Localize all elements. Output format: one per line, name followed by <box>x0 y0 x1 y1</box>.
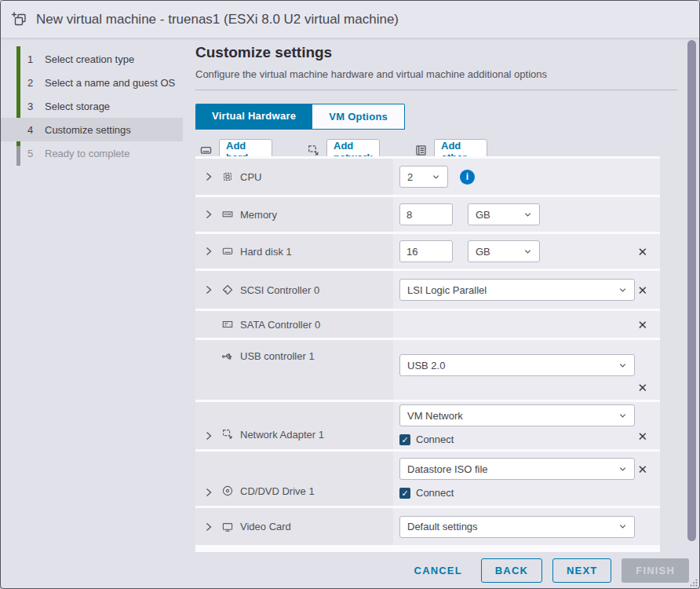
remove-device-icon[interactable]: ✕ <box>637 382 647 393</box>
chevron-down-icon <box>523 247 532 256</box>
expand-chevron-icon[interactable] <box>205 488 216 497</box>
remove-device-icon[interactable]: ✕ <box>637 246 647 258</box>
step-customize-settings[interactable]: 4 Customize settings <box>1 118 183 141</box>
dialog-footer: CANCEL BACK NEXT FINISH <box>1 552 699 588</box>
resize-handle-icon[interactable] <box>690 579 698 587</box>
expand-chevron-icon[interactable] <box>205 431 216 441</box>
window-title: New virtual machine - truenas1 (ESXi 8.0… <box>36 12 399 27</box>
other-device-icon <box>414 144 428 157</box>
add-vm-icon <box>11 11 28 28</box>
row-label: USB controller 1 <box>240 350 315 362</box>
row-label: Hard disk 1 <box>240 246 292 258</box>
network-adapter-icon <box>221 428 235 441</box>
next-button[interactable]: NEXT <box>552 558 611 583</box>
step-select-storage[interactable]: 3 Select storage <box>1 94 188 118</box>
row-scsi-controller-0: SCSI Controller 0 LSI Logic Parallel ✕ <box>195 271 660 309</box>
page-subtitle: Configure the virtual machine hardware a… <box>195 68 547 80</box>
expand-chevron-icon[interactable] <box>205 285 216 294</box>
row-memory: Memory GB <box>195 197 660 232</box>
row-label: Memory <box>240 209 277 221</box>
row-label: SATA Controller 0 <box>240 319 320 331</box>
row-label: Network Adapter 1 <box>240 429 324 441</box>
cpu-count-select[interactable]: 2 <box>399 166 448 188</box>
vertical-scrollbar-thumb[interactable] <box>687 40 696 541</box>
expand-chevron-icon[interactable] <box>205 210 216 219</box>
scsi-controller-select[interactable]: LSI Logic Parallel <box>399 279 635 301</box>
memory-unit-select[interactable]: GB <box>468 203 540 225</box>
memory-icon <box>221 208 235 221</box>
row-cd-dvd-drive-1: CD/DVD Drive 1 Datastore ISO file Connec… <box>195 452 660 506</box>
tab-vm-options[interactable]: VM Options <box>312 104 405 130</box>
row-sata-controller-0: SATA Controller 0 ✕ <box>195 311 660 338</box>
hard-disk-icon <box>221 245 235 258</box>
page-title: Customize settings <box>195 44 332 61</box>
usb-controller-icon <box>221 350 235 363</box>
cd-dvd-icon <box>221 485 235 497</box>
chevron-down-icon <box>618 522 627 531</box>
row-network-adapter-1: Network Adapter 1 VM Network Connect ✕ <box>195 402 660 449</box>
expand-chevron-icon[interactable] <box>205 522 216 532</box>
connect-checkbox[interactable] <box>399 488 410 499</box>
memory-size-input[interactable] <box>399 203 453 225</box>
chevron-down-icon <box>618 286 627 294</box>
chevron-down-icon <box>618 361 627 370</box>
cpu-icon <box>221 170 235 183</box>
cd-media-select[interactable]: Datastore ISO file <box>399 458 635 480</box>
settings-tabs: Virtual Hardware VM Options <box>195 104 405 130</box>
chevron-down-icon <box>618 412 627 420</box>
network-select[interactable]: VM Network <box>399 404 635 426</box>
step-select-creation-type[interactable]: 1 Select creation type <box>1 47 188 71</box>
network-adapter-icon <box>307 144 320 157</box>
row-usb-controller-1: USB controller 1 USB 2.0 ✕ <box>195 340 660 400</box>
scsi-controller-icon <box>221 284 235 296</box>
info-icon[interactable]: i <box>460 170 475 185</box>
new-vm-dialog: New virtual machine - truenas1 (ESXi 8.0… <box>0 0 700 589</box>
row-label: SCSI Controller 0 <box>240 284 319 296</box>
finish-button: FINISH <box>622 558 689 583</box>
video-card-icon <box>221 521 235 533</box>
video-card-select[interactable]: Default settings <box>399 516 635 538</box>
expand-chevron-icon[interactable] <box>205 247 216 256</box>
tab-virtual-hardware[interactable]: Virtual Hardware <box>195 104 312 130</box>
step-ready-to-complete[interactable]: 5 Ready to complete <box>1 141 188 165</box>
usb-version-select[interactable]: USB 2.0 <box>399 354 635 376</box>
row-hard-disk-1: Hard disk 1 GB ✕ <box>195 234 660 269</box>
dialog-titlebar: New virtual machine - truenas1 (ESXi 8.0… <box>1 1 699 38</box>
row-label: CD/DVD Drive 1 <box>240 485 315 497</box>
remove-device-icon[interactable]: ✕ <box>637 463 647 475</box>
row-label: Video Card <box>240 521 291 532</box>
expand-chevron-icon[interactable] <box>205 172 216 181</box>
chevron-down-icon <box>523 210 532 219</box>
chevron-down-icon <box>618 465 627 474</box>
wizard-steps-sidebar: 1 Select creation type 2 Select a name a… <box>1 38 188 552</box>
row-video-card: Video Card Default settings <box>195 508 660 545</box>
row-label: CPU <box>240 171 261 183</box>
row-cpu: CPU 2 i <box>195 159 660 195</box>
step-select-name-guest-os[interactable]: 2 Select a name and guest OS <box>1 71 188 94</box>
hard-disk-icon <box>199 144 213 157</box>
remove-device-icon[interactable]: ✕ <box>637 284 647 296</box>
virtual-hardware-table: CPU 2 i <box>195 156 660 552</box>
chevron-down-icon <box>432 173 440 181</box>
disk-unit-select[interactable]: GB <box>468 240 540 262</box>
back-button[interactable]: BACK <box>481 558 542 583</box>
remove-device-icon[interactable]: ✕ <box>637 319 647 331</box>
connect-checkbox[interactable] <box>399 434 410 445</box>
cancel-button[interactable]: CANCEL <box>414 565 462 576</box>
sata-controller-icon <box>221 318 235 331</box>
header-divider <box>195 90 677 90</box>
remove-device-icon[interactable]: ✕ <box>637 430 647 442</box>
disk-size-input[interactable] <box>399 240 453 262</box>
